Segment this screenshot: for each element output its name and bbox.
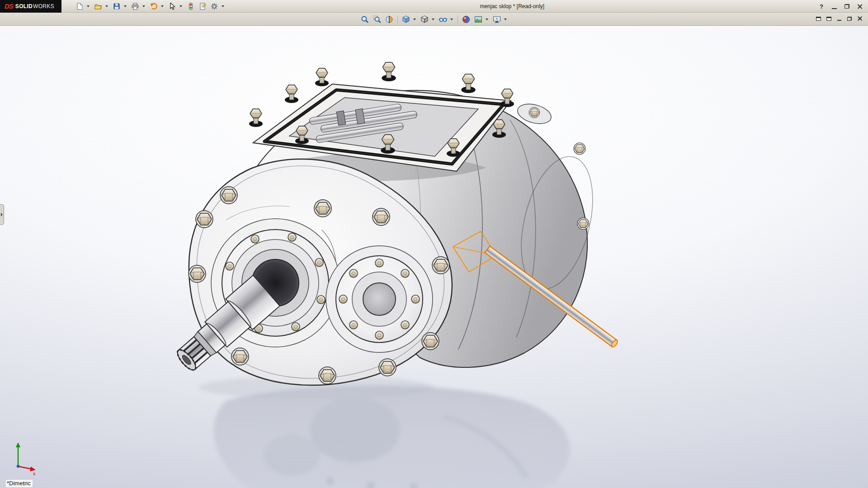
minimize-icon — [837, 20, 841, 21]
hide-show-glasses-icon — [439, 15, 447, 23]
view-settings-icon — [493, 15, 501, 23]
display-style-dropdown[interactable] — [431, 14, 435, 25]
model-scene[interactable]: x — [0, 26, 868, 488]
help-button[interactable]: ? — [816, 1, 827, 11]
save-floppy-icon — [113, 3, 120, 10]
file-properties-button[interactable] — [197, 1, 208, 12]
options-button[interactable] — [209, 1, 220, 12]
zoom-to-fit-icon — [361, 15, 369, 23]
section-view-button[interactable] — [383, 14, 395, 25]
open-dropdown[interactable] — [104, 1, 109, 12]
options-gear-icon — [211, 3, 218, 10]
document-window-controls — [814, 14, 864, 23]
window-icon — [826, 17, 831, 21]
hide-show-items-dropdown[interactable] — [449, 14, 454, 25]
window-controls: ? — [816, 0, 865, 13]
view-settings-dropdown[interactable] — [503, 14, 508, 25]
view-orientation-button[interactable] — [400, 14, 412, 25]
view-orientation-label: *Dimetric — [6, 480, 33, 487]
new-document-dropdown[interactable] — [86, 1, 90, 12]
minimize-button[interactable] — [828, 1, 840, 11]
display-style-button[interactable] — [419, 14, 430, 25]
undo-dropdown[interactable] — [160, 1, 165, 12]
apply-scene-dropdown[interactable] — [485, 14, 489, 25]
document-window-button-2[interactable] — [824, 14, 833, 23]
model-reflection — [199, 375, 570, 488]
logo-text-works: WORKS — [33, 3, 54, 9]
restore-icon — [844, 4, 849, 9]
y-axis-arrow — [16, 442, 20, 447]
window-title: menjac sklop * [Read-only] — [480, 0, 544, 13]
view-orientation-cube-icon — [402, 15, 410, 23]
collapse-arrow-icon — [1, 213, 3, 216]
save-button[interactable] — [111, 1, 122, 12]
section-view-icon — [385, 15, 393, 23]
reference-triad: x — [16, 442, 36, 476]
graphics-area[interactable]: x *Dimetric — [0, 26, 868, 488]
window-icon — [816, 17, 821, 21]
rebuild-button[interactable] — [185, 1, 196, 12]
zoom-to-area-button[interactable] — [371, 14, 383, 25]
save-dropdown[interactable] — [123, 1, 127, 12]
print-button[interactable] — [130, 1, 141, 12]
toolbar-separator — [397, 15, 398, 23]
display-style-icon — [420, 15, 429, 23]
new-document-icon — [76, 3, 83, 10]
rebuild-traffic-light-icon — [187, 3, 194, 10]
view-orientation-dropdown[interactable] — [412, 14, 417, 25]
apply-scene-icon — [474, 15, 482, 23]
apply-scene-button[interactable] — [472, 14, 484, 25]
print-icon — [132, 3, 139, 10]
restore-button[interactable] — [841, 1, 853, 11]
output-flange[interactable] — [326, 246, 433, 352]
undo-button[interactable] — [148, 1, 159, 12]
new-document-button[interactable] — [74, 1, 85, 12]
logo-text-solid: SOLID — [15, 3, 33, 9]
print-dropdown[interactable] — [142, 1, 146, 12]
hide-show-items-button[interactable] — [437, 14, 449, 25]
document-minimize-button[interactable] — [835, 14, 844, 23]
main-toolbar — [74, 1, 226, 12]
ds-logo-icon: DS — [5, 2, 13, 10]
edit-appearance-button[interactable] — [460, 14, 472, 25]
select-button[interactable] — [167, 1, 178, 12]
heads-up-view-toolbar — [356, 14, 512, 25]
edit-appearance-ball-icon — [462, 15, 470, 23]
open-button[interactable] — [93, 1, 104, 12]
menu-row — [0, 13, 868, 26]
zoom-to-fit-button[interactable] — [359, 14, 371, 25]
restore-icon — [847, 17, 852, 21]
z-axis-dot — [17, 465, 19, 468]
x-axis-label: x — [33, 471, 36, 476]
toolbar-separator — [458, 15, 458, 23]
options-dropdown[interactable] — [221, 1, 225, 12]
file-properties-icon — [199, 3, 206, 10]
undo-arrow-icon — [150, 3, 157, 10]
minimize-icon — [832, 8, 837, 9]
feature-panel-collapse-tab[interactable] — [0, 204, 4, 225]
document-restore-button[interactable] — [845, 14, 854, 23]
view-settings-button[interactable] — [491, 14, 503, 25]
titlebar: DS SOLID WORKS — [0, 0, 868, 13]
document-window-button-1[interactable] — [814, 14, 823, 23]
document-close-button[interactable] — [855, 14, 864, 23]
zoom-to-area-icon — [373, 15, 381, 23]
select-cursor-icon — [169, 3, 176, 10]
close-icon — [857, 4, 862, 9]
open-folder-icon — [94, 3, 102, 10]
select-dropdown[interactable] — [179, 1, 183, 12]
close-button[interactable] — [854, 1, 865, 11]
solidworks-logo: DS SOLID WORKS — [0, 0, 61, 13]
close-icon — [858, 16, 862, 21]
